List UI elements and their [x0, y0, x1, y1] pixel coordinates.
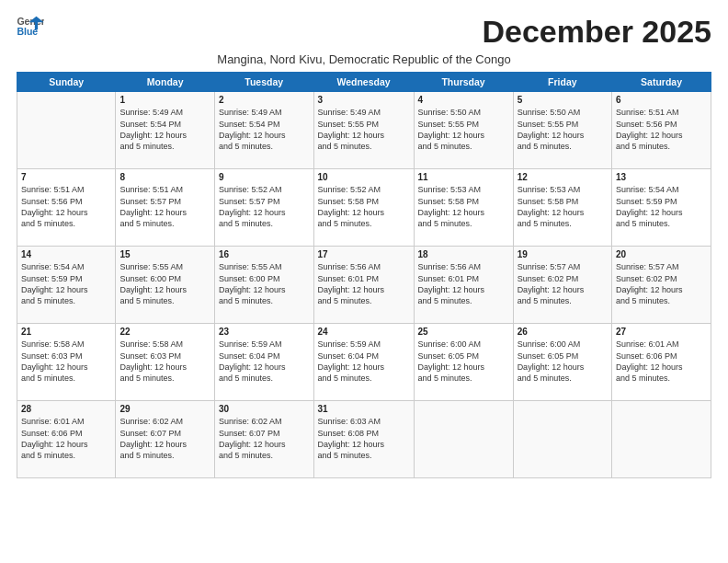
day-number: 13 [616, 172, 707, 182]
day-number: 17 [318, 249, 410, 259]
calendar-cell: 15Sunrise: 5:55 AMSunset: 6:00 PMDayligh… [116, 247, 214, 324]
calendar-cell: 24Sunrise: 5:59 AMSunset: 6:04 PMDayligh… [313, 324, 414, 401]
calendar-cell: 4Sunrise: 5:50 AMSunset: 5:55 PMDaylight… [414, 92, 513, 169]
calendar-cell: 3Sunrise: 5:49 AMSunset: 5:55 PMDaylight… [313, 92, 414, 169]
header-row: SundayMondayTuesdayWednesdayThursdayFrid… [17, 73, 711, 92]
week-row-3: 14Sunrise: 5:54 AMSunset: 5:59 PMDayligh… [17, 247, 711, 324]
day-number: 29 [119, 404, 210, 414]
day-info: Sunrise: 5:59 AMSunset: 6:04 PMDaylight:… [318, 339, 410, 384]
day-number: 6 [616, 95, 707, 105]
calendar-cell: 23Sunrise: 5:59 AMSunset: 6:04 PMDayligh… [214, 324, 313, 401]
day-number: 26 [518, 327, 608, 337]
calendar-cell: 11Sunrise: 5:53 AMSunset: 5:58 PMDayligh… [414, 169, 513, 247]
day-info: Sunrise: 5:54 AMSunset: 5:59 PMDaylight:… [616, 184, 707, 229]
day-info: Sunrise: 5:52 AMSunset: 5:58 PMDaylight:… [318, 184, 410, 229]
calendar-cell: 20Sunrise: 5:57 AMSunset: 6:02 PMDayligh… [612, 247, 711, 324]
day-info: Sunrise: 6:00 AMSunset: 6:05 PMDaylight:… [418, 339, 509, 384]
page: General Blue December 2025 Mangina, Nord… [0, 0, 728, 563]
day-header-monday: Monday [116, 73, 214, 92]
day-info: Sunrise: 5:54 AMSunset: 5:59 PMDaylight:… [21, 261, 111, 306]
calendar-cell: 7Sunrise: 5:51 AMSunset: 5:56 PMDaylight… [17, 169, 116, 247]
day-header-sunday: Sunday [17, 73, 116, 92]
month-title: December 2025 [482, 15, 711, 49]
day-number: 18 [418, 249, 509, 259]
week-row-2: 7Sunrise: 5:51 AMSunset: 5:56 PMDaylight… [17, 169, 711, 247]
day-number: 2 [219, 95, 310, 105]
day-info: Sunrise: 5:56 AMSunset: 6:01 PMDaylight:… [318, 261, 410, 306]
calendar-cell [414, 401, 513, 478]
day-header-saturday: Saturday [612, 73, 711, 92]
day-number: 21 [21, 327, 111, 337]
day-info: Sunrise: 5:55 AMSunset: 6:00 PMDaylight:… [119, 261, 210, 306]
day-number: 19 [518, 249, 608, 259]
day-info: Sunrise: 5:52 AMSunset: 5:57 PMDaylight:… [219, 184, 310, 229]
day-number: 14 [21, 249, 111, 259]
calendar-cell: 2Sunrise: 5:49 AMSunset: 5:54 PMDaylight… [214, 92, 313, 169]
calendar-cell: 21Sunrise: 5:58 AMSunset: 6:03 PMDayligh… [17, 324, 116, 401]
day-header-thursday: Thursday [414, 73, 513, 92]
calendar-cell: 13Sunrise: 5:54 AMSunset: 5:59 PMDayligh… [612, 169, 711, 247]
day-info: Sunrise: 5:50 AMSunset: 5:55 PMDaylight:… [518, 107, 608, 152]
calendar-cell: 12Sunrise: 5:53 AMSunset: 5:58 PMDayligh… [513, 169, 611, 247]
week-row-5: 28Sunrise: 6:01 AMSunset: 6:06 PMDayligh… [17, 401, 711, 478]
day-number: 1 [119, 95, 210, 105]
week-row-1: 1Sunrise: 5:49 AMSunset: 5:54 PMDaylight… [17, 92, 711, 169]
calendar-cell: 6Sunrise: 5:51 AMSunset: 5:56 PMDaylight… [612, 92, 711, 169]
calendar-cell: 14Sunrise: 5:54 AMSunset: 5:59 PMDayligh… [17, 247, 116, 324]
calendar-cell: 28Sunrise: 6:01 AMSunset: 6:06 PMDayligh… [17, 401, 116, 478]
calendar-cell: 17Sunrise: 5:56 AMSunset: 6:01 PMDayligh… [313, 247, 414, 324]
calendar-cell: 22Sunrise: 5:58 AMSunset: 6:03 PMDayligh… [116, 324, 214, 401]
day-info: Sunrise: 5:53 AMSunset: 5:58 PMDaylight:… [418, 184, 509, 229]
day-info: Sunrise: 5:49 AMSunset: 5:55 PMDaylight:… [318, 107, 410, 152]
day-number: 30 [219, 404, 310, 414]
day-number: 23 [219, 327, 310, 337]
day-number: 31 [318, 404, 410, 414]
day-info: Sunrise: 5:58 AMSunset: 6:03 PMDaylight:… [21, 339, 111, 384]
day-number: 4 [418, 95, 509, 105]
day-number: 28 [21, 404, 111, 414]
logo-icon: General Blue [17, 15, 44, 39]
day-number: 15 [119, 249, 210, 259]
day-header-friday: Friday [513, 73, 611, 92]
calendar-cell: 18Sunrise: 5:56 AMSunset: 6:01 PMDayligh… [414, 247, 513, 324]
day-info: Sunrise: 5:51 AMSunset: 5:56 PMDaylight:… [21, 184, 111, 229]
calendar-cell: 27Sunrise: 6:01 AMSunset: 6:06 PMDayligh… [612, 324, 711, 401]
day-number: 16 [219, 249, 310, 259]
calendar-cell: 26Sunrise: 6:00 AMSunset: 6:05 PMDayligh… [513, 324, 611, 401]
logo: General Blue [17, 15, 44, 39]
calendar-cell: 31Sunrise: 6:03 AMSunset: 6:08 PMDayligh… [313, 401, 414, 478]
day-info: Sunrise: 5:50 AMSunset: 5:55 PMDaylight:… [418, 107, 509, 152]
day-info: Sunrise: 5:51 AMSunset: 5:56 PMDaylight:… [616, 107, 707, 152]
day-number: 25 [418, 327, 509, 337]
day-number: 8 [119, 172, 210, 182]
day-number: 3 [318, 95, 410, 105]
calendar-cell: 30Sunrise: 6:02 AMSunset: 6:07 PMDayligh… [214, 401, 313, 478]
day-number: 20 [616, 249, 707, 259]
calendar-cell: 16Sunrise: 5:55 AMSunset: 6:00 PMDayligh… [214, 247, 313, 324]
day-info: Sunrise: 5:55 AMSunset: 6:00 PMDaylight:… [219, 261, 310, 306]
day-number: 27 [616, 327, 707, 337]
day-number: 10 [318, 172, 410, 182]
day-info: Sunrise: 5:57 AMSunset: 6:02 PMDaylight:… [518, 261, 608, 306]
day-info: Sunrise: 6:00 AMSunset: 6:05 PMDaylight:… [518, 339, 608, 384]
calendar-cell: 25Sunrise: 6:00 AMSunset: 6:05 PMDayligh… [414, 324, 513, 401]
day-info: Sunrise: 6:01 AMSunset: 6:06 PMDaylight:… [616, 339, 707, 384]
calendar-cell: 8Sunrise: 5:51 AMSunset: 5:57 PMDaylight… [116, 169, 214, 247]
header: General Blue December 2025 [17, 15, 711, 49]
calendar-cell: 1Sunrise: 5:49 AMSunset: 5:54 PMDaylight… [116, 92, 214, 169]
title-block: December 2025 [482, 15, 711, 49]
day-info: Sunrise: 5:49 AMSunset: 5:54 PMDaylight:… [119, 107, 210, 152]
day-number: 11 [418, 172, 509, 182]
week-row-4: 21Sunrise: 5:58 AMSunset: 6:03 PMDayligh… [17, 324, 711, 401]
day-number: 24 [318, 327, 410, 337]
day-number: 12 [518, 172, 608, 182]
day-info: Sunrise: 5:49 AMSunset: 5:54 PMDaylight:… [219, 107, 310, 152]
day-number: 22 [119, 327, 210, 337]
day-info: Sunrise: 5:53 AMSunset: 5:58 PMDaylight:… [518, 184, 608, 229]
calendar-cell: 29Sunrise: 6:02 AMSunset: 6:07 PMDayligh… [116, 401, 214, 478]
day-number: 5 [518, 95, 608, 105]
calendar-cell: 19Sunrise: 5:57 AMSunset: 6:02 PMDayligh… [513, 247, 611, 324]
calendar-table: SundayMondayTuesdayWednesdayThursdayFrid… [17, 72, 711, 478]
day-header-tuesday: Tuesday [214, 73, 313, 92]
calendar-cell [17, 92, 116, 169]
